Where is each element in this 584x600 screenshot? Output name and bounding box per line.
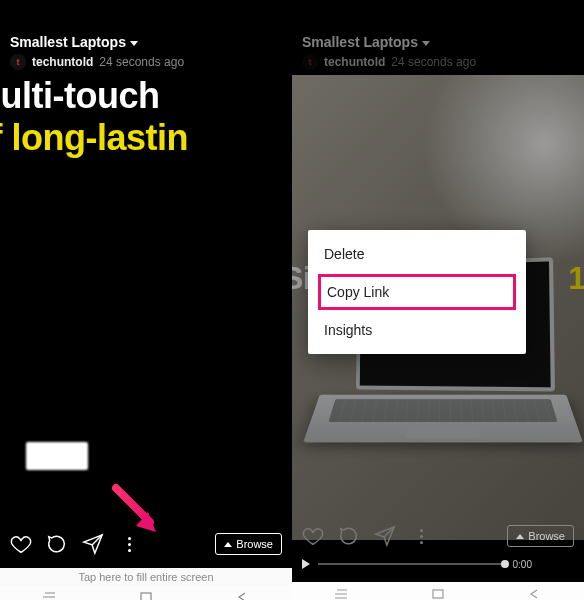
browse-button[interactable]: Browse xyxy=(215,533,282,555)
video-progress[interactable]: 0:00 xyxy=(302,558,532,570)
like-icon[interactable] xyxy=(10,533,32,555)
more-options-icon[interactable] xyxy=(118,533,140,555)
story-content[interactable]: a multi-touch s of long-lastin xyxy=(0,75,292,540)
system-nav-bar xyxy=(0,586,292,600)
svg-rect-1 xyxy=(433,590,443,598)
story-title: Smallest Laptops xyxy=(302,34,418,50)
menu-item-copy-link[interactable]: Copy Link xyxy=(318,274,516,310)
play-icon[interactable] xyxy=(302,559,310,569)
status-bar xyxy=(0,0,292,30)
comment-icon[interactable] xyxy=(46,533,68,555)
avatar[interactable]: t xyxy=(10,54,26,70)
chevron-up-icon xyxy=(516,534,524,539)
story-title-dropdown[interactable]: Smallest Laptops xyxy=(302,34,574,50)
back-icon[interactable] xyxy=(528,585,542,597)
menu-item-insights[interactable]: Insights xyxy=(308,312,526,348)
home-icon[interactable] xyxy=(431,585,445,597)
browse-button[interactable]: Browse xyxy=(507,525,574,547)
story-text-line1: a multi-touch xyxy=(0,75,188,117)
redacted-block xyxy=(26,442,88,470)
menu-item-delete[interactable]: Delete xyxy=(308,236,526,272)
story-action-bar: Browse xyxy=(0,524,292,564)
chevron-up-icon xyxy=(224,542,232,547)
story-action-bar: Browse xyxy=(292,516,584,556)
story-text-line2: s of long-lastin xyxy=(0,117,188,159)
options-menu: Delete Copy Link Insights xyxy=(308,230,526,354)
username-label[interactable]: techuntold xyxy=(32,55,93,69)
timestamp-label: 24 seconds ago xyxy=(391,55,476,69)
right-screenshot: Smallest Laptops t techuntold 24 seconds… xyxy=(292,0,584,600)
progress-track[interactable] xyxy=(318,563,505,565)
story-title-dropdown[interactable]: Smallest Laptops xyxy=(10,34,282,50)
share-icon[interactable] xyxy=(374,525,396,547)
recents-icon[interactable] xyxy=(42,588,56,598)
status-bar xyxy=(292,0,584,30)
left-screenshot: Smallest Laptops t techuntold 24 seconds… xyxy=(0,0,292,600)
system-nav-bar xyxy=(292,582,584,600)
back-icon[interactable] xyxy=(236,588,250,598)
browse-label: Browse xyxy=(528,530,565,542)
chevron-down-icon xyxy=(130,41,138,46)
share-icon[interactable] xyxy=(82,533,104,555)
timestamp-label: 24 seconds ago xyxy=(99,55,184,69)
story-title: Smallest Laptops xyxy=(10,34,126,50)
progress-thumb[interactable] xyxy=(501,560,509,568)
comment-icon[interactable] xyxy=(338,525,360,547)
recents-icon[interactable] xyxy=(334,585,348,597)
home-icon[interactable] xyxy=(139,588,153,598)
more-options-icon[interactable] xyxy=(410,525,432,547)
playback-time: 0:00 xyxy=(513,559,532,570)
avatar[interactable]: t xyxy=(302,54,318,70)
like-icon[interactable] xyxy=(302,525,324,547)
browse-label: Browse xyxy=(236,538,273,550)
chevron-down-icon xyxy=(422,41,430,46)
fill-screen-hint[interactable]: Tap here to fill entire screen xyxy=(0,568,292,586)
username-label[interactable]: techuntold xyxy=(324,55,385,69)
svg-rect-0 xyxy=(141,593,151,600)
